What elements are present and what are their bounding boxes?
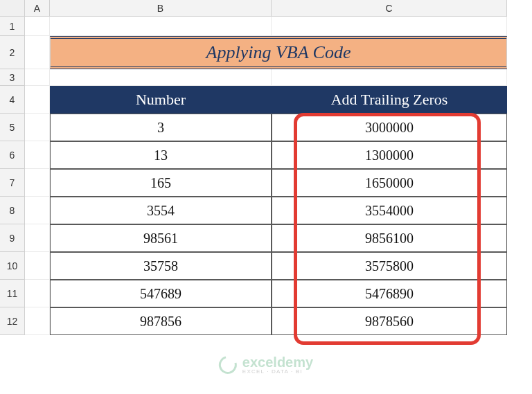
watermark: exceldemy EXCEL · DATA · BI (219, 355, 313, 375)
col-header-A[interactable]: A (25, 0, 50, 17)
select-all-corner[interactable] (0, 0, 25, 17)
cell-C3[interactable] (272, 69, 507, 86)
row-header-2[interactable]: 2 (0, 36, 25, 69)
row-header-5[interactable]: 5 (0, 114, 25, 141)
cell-number[interactable]: 3554 (50, 197, 272, 224)
cell-A4[interactable] (25, 86, 50, 114)
cell-A6[interactable] (25, 141, 50, 169)
watermark-tag: EXCEL · DATA · BI (242, 369, 313, 375)
cell-number[interactable]: 13 (50, 141, 272, 169)
row-header-10[interactable]: 10 (0, 252, 25, 280)
row-header-9[interactable]: 9 (0, 224, 25, 252)
cell-trailing[interactable]: 9878560 (272, 307, 507, 335)
cell-A12[interactable] (25, 307, 50, 335)
table-header-trailing[interactable]: Add Trailing Zeros (272, 86, 507, 114)
cell-trailing[interactable]: 9856100 (272, 224, 507, 252)
cell-number[interactable]: 987856 (50, 307, 272, 335)
cell-number[interactable]: 165 (50, 169, 272, 197)
cell-number[interactable]: 98561 (50, 224, 272, 252)
cell-trailing[interactable]: 3554000 (272, 197, 507, 224)
col-header-C[interactable]: C (272, 0, 507, 17)
cell-A3[interactable] (25, 69, 50, 86)
cell-A2[interactable] (25, 36, 50, 69)
row-header-7[interactable]: 7 (0, 169, 25, 197)
row-header-11[interactable]: 11 (0, 280, 25, 307)
cell-number[interactable]: 3 (50, 114, 272, 141)
cell-A1[interactable] (25, 17, 50, 36)
cell-B3[interactable] (50, 69, 272, 86)
cell-C1[interactable] (272, 17, 507, 36)
cell-A5[interactable] (25, 114, 50, 141)
cell-trailing[interactable]: 5476890 (272, 280, 507, 307)
cell-number[interactable]: 547689 (50, 280, 272, 307)
cell-trailing[interactable]: 1300000 (272, 141, 507, 169)
logo-icon (215, 352, 240, 377)
cell-A10[interactable] (25, 252, 50, 280)
col-header-B[interactable]: B (50, 0, 272, 17)
watermark-brand: exceldemy (242, 355, 313, 369)
row-header-1[interactable]: 1 (0, 17, 25, 36)
cell-A8[interactable] (25, 197, 50, 224)
cell-trailing[interactable]: 3000000 (272, 114, 507, 141)
cell-A9[interactable] (25, 224, 50, 252)
cell-A7[interactable] (25, 169, 50, 197)
cell-trailing[interactable]: 3575800 (272, 252, 507, 280)
row-header-8[interactable]: 8 (0, 197, 25, 224)
page-title[interactable]: Applying VBA Code (50, 36, 507, 69)
row-header-3[interactable]: 3 (0, 69, 25, 86)
spreadsheet: A B C 1 2 3 4 5 6 7 8 9 10 11 12 Applyin… (0, 0, 532, 335)
table-header-number[interactable]: Number (50, 86, 272, 114)
row-header-4[interactable]: 4 (0, 86, 25, 114)
row-header-6[interactable]: 6 (0, 141, 25, 169)
cell-A11[interactable] (25, 280, 50, 307)
cell-B1[interactable] (50, 17, 272, 36)
cell-trailing[interactable]: 1650000 (272, 169, 507, 197)
cell-number[interactable]: 35758 (50, 252, 272, 280)
row-header-12[interactable]: 12 (0, 307, 25, 335)
